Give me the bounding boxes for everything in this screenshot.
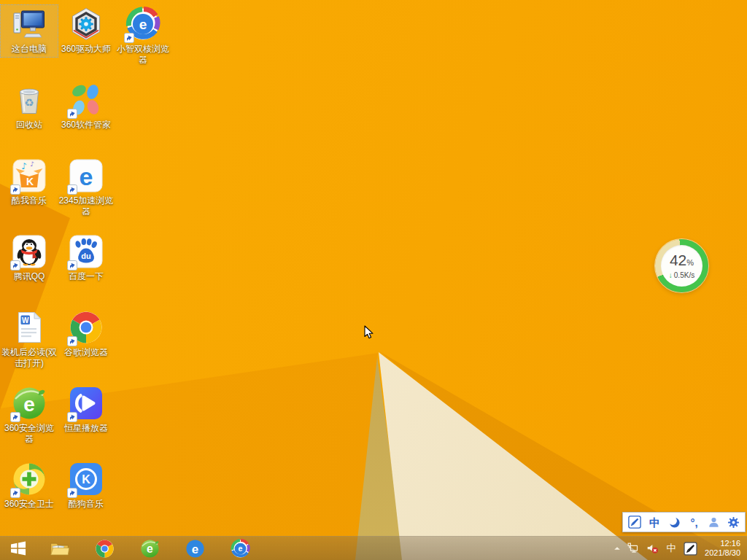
360-software-manager-icon [69, 82, 104, 117]
taskbar: e e e 中 12:16 2021/8/30 [0, 536, 747, 560]
desktop-icon-tencent-qq[interactable]: 腾讯QQ [1, 233, 58, 284]
desktop-icon-label: 恒星播放器 [64, 423, 108, 434]
shortcut-arrow-icon [67, 488, 77, 498]
svg-text:e: e [147, 542, 153, 555]
start-icon [9, 539, 28, 558]
desktop-icon-label: 360安全卫士 [4, 499, 54, 510]
svg-text:e: e [23, 393, 35, 416]
desktop-icon-label: 2345加速浏览器 [58, 195, 114, 217]
tray-show-hidden-icons[interactable] [611, 537, 624, 560]
shortcut-arrow-icon [10, 184, 20, 195]
2345-browser-icon: e [69, 158, 104, 193]
desktop-icon-baidu-search[interactable]: du 百度一下 [58, 233, 115, 284]
desktop-icon-hengxing-player[interactable]: 恒星播放器 [58, 384, 115, 436]
svg-text:K: K [26, 176, 34, 187]
svg-text:e: e [139, 17, 147, 32]
xiaozhi-browser-icon: e [125, 7, 160, 42]
desktop-icon-google-chrome[interactable]: 谷歌浏览器 [58, 308, 115, 360]
desktop-icon-360-safeguard[interactable]: 360安全卫士 [1, 460, 58, 512]
svg-text:e: e [191, 542, 198, 556]
svg-text:♪: ♪ [21, 161, 27, 171]
progress-ring-inner: 42% ↓0.5K/s [661, 245, 703, 287]
ime-chinese-mode-button[interactable]: 中 [649, 513, 661, 532]
progress-ring: 42% ↓0.5K/s [655, 239, 708, 292]
download-progress-widget[interactable]: 42% ↓0.5K/s [655, 239, 708, 292]
desktop-icon-grid: 这台电脑 ♻ 回收站 K ♪ ♪ 酷我音乐 腾讯QQ W 装机后必读(双击打开)… [0, 0, 747, 560]
shortcut-arrow-icon [10, 260, 20, 271]
desktop-icon-setup-readme[interactable]: W 装机后必读(双击打开) [1, 308, 58, 371]
google-chrome-icon [69, 310, 104, 345]
ime-ime-settings-button[interactable] [727, 513, 740, 532]
desktop-icon-label: 回收站 [16, 120, 42, 131]
taskbar-button-360-secure-browser[interactable]: e [127, 537, 172, 560]
taskbar-button-google-chrome[interactable] [82, 537, 127, 560]
svg-text:W: W [22, 316, 29, 324]
shortcut-arrow-icon [10, 488, 20, 498]
baidu-search-icon: du [69, 234, 104, 269]
desktop-icon-360-secure-browser[interactable]: e 360安全浏览器 [1, 384, 58, 447]
ime-halfwidth-moon-button[interactable] [668, 513, 681, 532]
svg-text:K: K [82, 473, 90, 486]
svg-text:du: du [81, 252, 90, 260]
tray-ime-logo[interactable] [681, 537, 700, 560]
desktop-icon-label: 百度一下 [69, 271, 104, 282]
taskbar-buttons: e e e [0, 537, 263, 560]
shortcut-arrow-icon [67, 184, 77, 195]
desktop-icon-this-pc[interactable]: 这台电脑 [1, 5, 58, 57]
desktop-icon-label: 360安全浏览器 [1, 423, 57, 445]
360-safeguard-icon [12, 462, 47, 497]
360-secure-browser-icon: e [140, 539, 160, 559]
desktop-icon-label: 360驱动大师 [61, 44, 111, 55]
shortcut-arrow-icon [10, 412, 20, 422]
down-arrow-icon: ↓ [669, 271, 673, 279]
google-chrome-icon [95, 539, 115, 559]
taskbar-button-file-explorer[interactable] [36, 537, 82, 560]
tray-network[interactable] [624, 537, 643, 560]
desktop-icon-kuwo-music[interactable]: K ♪ ♪ 酷我音乐 [1, 157, 58, 209]
desktop-icon-label: 这台电脑 [12, 44, 47, 55]
tray-clock[interactable]: 12:16 2021/8/30 [700, 539, 744, 558]
tray-volume-muted[interactable] [643, 537, 662, 560]
tray-icons: 中 [611, 537, 700, 560]
ime-user-wordbank-button[interactable] [708, 513, 720, 532]
taskbar-button-2345-browser[interactable]: e [172, 537, 217, 560]
desktop-icon-2345-browser[interactable]: e 2345加速浏览器 [58, 157, 115, 219]
desktop-icon-kugou-music[interactable]: K 酷狗音乐 [58, 460, 115, 512]
shortcut-arrow-icon [67, 260, 77, 271]
ime-punctuation-mode-button[interactable]: °, [688, 513, 700, 532]
progress-percent: 42% [670, 252, 694, 271]
svg-text:♪: ♪ [30, 160, 34, 168]
svg-text:e: e [238, 544, 242, 553]
desktop-icon-label: 360软件管家 [61, 120, 111, 131]
kuwo-music-icon: K ♪ ♪ [12, 158, 47, 193]
tray-ime-mode[interactable]: 中 [662, 537, 681, 560]
hengxing-player-icon [69, 386, 104, 421]
this-pc-icon [12, 7, 47, 42]
360-driver-master-icon [69, 7, 104, 42]
taskbar-button-xiaozhi-browser[interactable]: e [217, 537, 263, 560]
desktop: 这台电脑 ♻ 回收站 K ♪ ♪ 酷我音乐 腾讯QQ W 装机后必读(双击打开)… [0, 0, 747, 560]
kugou-music-icon: K [69, 462, 104, 497]
desktop-icon-label: 谷歌浏览器 [64, 347, 108, 358]
setup-readme-icon: W [12, 310, 47, 345]
desktop-icon-xiaozhi-browser[interactable]: e 小智双核浏览器 [115, 5, 171, 68]
360-secure-browser-icon: e [12, 386, 47, 421]
shortcut-arrow-icon [67, 109, 77, 119]
ime-toolbar: 中 °, [622, 512, 746, 532]
shortcut-arrow-icon [124, 33, 134, 43]
desktop-icon-label: 酷我音乐 [12, 195, 47, 206]
desktop-icon-360-driver-master[interactable]: 360驱动大师 [58, 5, 115, 57]
desktop-icon-360-software-manager[interactable]: 360软件管家 [58, 81, 115, 133]
svg-text:e: e [80, 163, 93, 190]
file-explorer-icon [50, 539, 69, 559]
ime-ime-logo-button[interactable] [628, 513, 641, 532]
desktop-icon-recycle-bin[interactable]: ♻ 回收站 [1, 81, 58, 133]
2345-browser-icon: e [185, 539, 205, 559]
desktop-icon-label: 装机后必读(双击打开) [1, 347, 57, 369]
download-speed: ↓0.5K/s [669, 271, 694, 279]
xiaozhi-browser-icon: e [231, 539, 250, 559]
svg-text:♻: ♻ [24, 96, 34, 109]
taskbar-button-start[interactable] [0, 537, 36, 560]
desktop-icon-label: 腾讯QQ [14, 271, 45, 282]
desktop-icon-label: 小智双核浏览器 [115, 44, 171, 66]
